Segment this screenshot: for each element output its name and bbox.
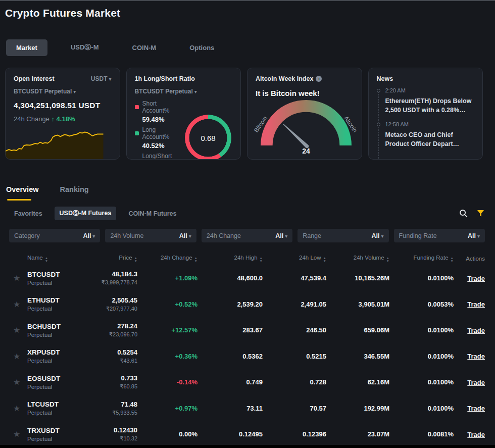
favorite-star-icon[interactable]: ★ — [9, 404, 27, 413]
col-24h-high[interactable]: 24h High — [197, 255, 263, 262]
chevron-down-icon: ▾ — [381, 233, 384, 239]
chevron-down-icon: ▾ — [109, 76, 111, 82]
low-value: 2,491.05 — [263, 301, 326, 308]
long-short-title: 1h Long/Short Ratio — [135, 75, 233, 82]
favorite-star-icon[interactable]: ★ — [9, 273, 27, 283]
sort-icon — [45, 257, 48, 262]
filter-dropdown[interactable]: Category All▾ — [9, 229, 100, 242]
trade-link[interactable]: Trade — [467, 431, 485, 438]
pair-dropdown[interactable]: BTCUSDT Perpetual▾ — [135, 88, 233, 95]
search-icon — [459, 209, 468, 218]
pair-dropdown[interactable]: BTCUSDT Perpetual▾ — [14, 88, 112, 95]
trade-link[interactable]: Trade — [467, 327, 485, 334]
long-legend-swatch — [135, 131, 139, 135]
altcoin-index-card: Altcoin Week Indexi It is Bitcoin week! — [247, 68, 362, 160]
altcoin-index-headline: It is Bitcoin week! — [256, 89, 354, 97]
main-tab[interactable]: Options — [179, 39, 224, 56]
sub-tabs: Favorites USDⓈ-M Futures COIN-M Futures — [9, 207, 453, 220]
change-up-value: ↑ 4.18% — [51, 115, 75, 123]
favorite-star-icon[interactable]: ★ — [9, 352, 27, 361]
sub-tab[interactable]: Favorites — [9, 208, 47, 220]
pair-symbol: BTCUSDT — [27, 271, 88, 278]
filter-dropdown[interactable]: Range All▾ — [298, 229, 388, 242]
main-tab[interactable]: USDⓈ-M — [61, 38, 109, 57]
section-tabs: Overview Ranking — [6, 185, 489, 201]
altcoin-index-title: Altcoin Week Indexi — [256, 75, 354, 82]
table-row[interactable]: ★ BTCUSDT Perpetual 48,184.3 ₹3,999,778.… — [9, 265, 485, 291]
info-icon[interactable]: i — [316, 76, 322, 82]
col-price[interactable]: Price — [88, 255, 137, 262]
news-list: 2:20 AM Ethereum(ETH) Drops Below 2,500 … — [377, 87, 475, 156]
news-time: 2:20 AM — [385, 87, 475, 93]
col-24h-low[interactable]: 24h Low — [263, 255, 326, 262]
low-value: 0.12396 — [263, 430, 326, 438]
section-tab[interactable]: Overview — [6, 185, 39, 201]
table-row[interactable]: ★ BCHUSDT Perpetual 278.24 ₹23,096.70 +1… — [9, 317, 485, 343]
low-value: 246.50 — [263, 326, 326, 334]
low-value: 0.728 — [263, 378, 326, 386]
filter-dropdown[interactable]: 24h Change All▾ — [202, 229, 292, 242]
price-inr-value: ₹5,933.55 — [88, 410, 137, 416]
pair-symbol: LTCUSDT — [27, 401, 88, 408]
price-inr-value: ₹43.61 — [88, 358, 137, 364]
table-row[interactable]: ★ XRPUSDT Perpetual 0.5254 ₹43.61 +0.36%… — [9, 343, 485, 370]
filter-chips: Category All▾ 24h Volume All▾ 24h Change… — [9, 229, 485, 242]
sub-tab[interactable]: COIN-M Futures — [123, 208, 181, 220]
high-value: 73.11 — [197, 405, 263, 412]
table-row[interactable]: ★ ETHUSDT Perpetual 2,505.45 ₹207,977.40… — [9, 291, 485, 318]
contract-type: Perpetual — [27, 384, 88, 390]
price-inr-value: ₹207,977.40 — [88, 306, 137, 312]
filter-dropdown[interactable]: Funding Rate All▾ — [394, 229, 485, 242]
currency-dropdown[interactable]: USDT▾ — [91, 75, 112, 82]
chevron-down-icon: ▾ — [189, 233, 191, 239]
news-item[interactable]: 2:20 AM Ethereum(ETH) Drops Below 2,500 … — [385, 87, 475, 115]
contract-type: Perpetual — [27, 306, 88, 312]
volume-value: 659.06M — [326, 326, 389, 334]
table-row[interactable]: ★ EOSUSDT Perpetual 0.733 ₹60.85 -0.14% … — [9, 369, 485, 395]
col-name[interactable]: Name — [27, 255, 88, 262]
funding-rate-value: 0.0081% — [389, 430, 454, 438]
trade-link[interactable]: Trade — [467, 353, 485, 360]
volume-value: 192.99M — [326, 405, 389, 412]
high-value: 2,539.20 — [197, 301, 263, 308]
open-interest-value: 4,304,251,098.51 USDT — [14, 101, 112, 110]
volume-value: 10,165.26M — [326, 274, 389, 282]
favorite-star-icon[interactable]: ★ — [9, 429, 27, 439]
col-24h-volume[interactable]: 24h Volume — [326, 255, 389, 262]
chevron-down-icon: ▾ — [285, 233, 287, 239]
price-inr-value: ₹3,999,778.74 — [88, 279, 137, 286]
contract-type: Perpetual — [27, 436, 88, 442]
price-inr-value: ₹23,096.70 — [88, 331, 137, 338]
contract-type: Perpetual — [27, 280, 88, 286]
trade-link[interactable]: Trade — [467, 379, 485, 386]
news-item[interactable]: 12:58 AM Metaco CEO and Chief Product Of… — [385, 121, 475, 148]
search-button[interactable] — [457, 208, 470, 219]
filter-button[interactable] — [474, 208, 487, 219]
change-value: 0.00% — [137, 430, 197, 438]
col-funding-rate[interactable]: Funding Rate — [389, 255, 454, 262]
favorite-star-icon[interactable]: ★ — [9, 325, 27, 335]
table-row[interactable]: ★ TRXUSDT Perpetual 0.12430 ₹10.32 0.00%… — [9, 421, 485, 447]
low-value: 70.57 — [263, 405, 326, 412]
window-bottom-edge — [0, 445, 495, 448]
donut-center-value: 0.68 — [185, 115, 231, 160]
col-24h-change[interactable]: 24h Change — [137, 255, 197, 262]
futures-table: Name Price 24h Change 24h High 24h Low 2… — [9, 247, 485, 447]
funding-rate-value: 0.0100% — [389, 326, 454, 334]
price-value: 48,184.3 — [88, 270, 137, 278]
funnel-icon — [477, 210, 484, 217]
long-short-legend: Short Account% 59.48% Long Account% 40.5… — [135, 100, 182, 160]
chevron-down-icon: ▾ — [73, 89, 76, 94]
table-row[interactable]: ★ LTCUSDT Perpetual 71.48 ₹5,933.55 +0.9… — [9, 395, 485, 422]
main-tab[interactable]: COIN-M — [122, 39, 167, 56]
main-tab[interactable]: Market — [6, 39, 47, 56]
sub-tab[interactable]: USDⓈ-M Futures — [55, 207, 117, 220]
favorite-star-icon[interactable]: ★ — [9, 377, 27, 387]
filter-dropdown[interactable]: 24h Volume All▾ — [105, 229, 196, 242]
favorite-star-icon[interactable]: ★ — [9, 300, 27, 309]
trade-link[interactable]: Trade — [467, 275, 485, 282]
price-value: 2,505.45 — [88, 296, 137, 304]
trade-link[interactable]: Trade — [467, 301, 485, 308]
section-tab[interactable]: Ranking — [60, 185, 89, 201]
trade-link[interactable]: Trade — [467, 405, 485, 412]
